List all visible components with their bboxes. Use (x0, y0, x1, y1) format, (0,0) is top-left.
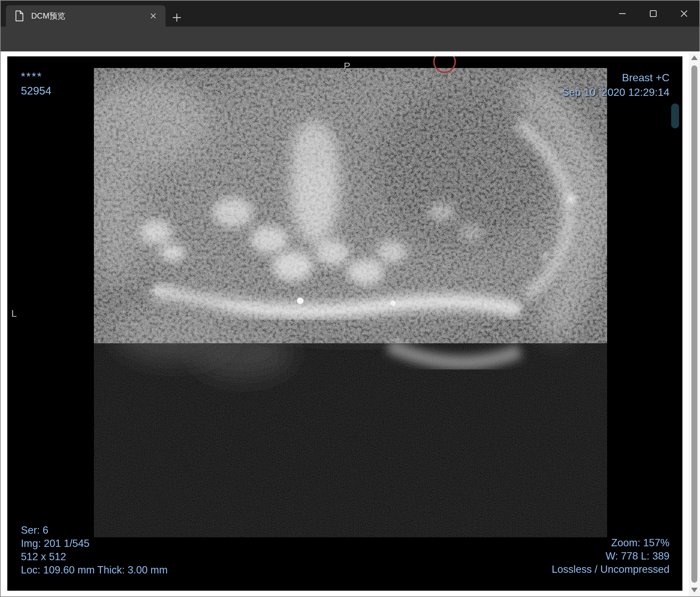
page-content: **** 52954 Breast +C Sep 10, 2020 12:29:… (1, 51, 699, 596)
window-controls (607, 1, 699, 27)
series-number: Ser: 6 (21, 524, 168, 537)
compression-info: Lossless / Uncompressed (552, 563, 670, 576)
viewer-scroll-indicator[interactable] (671, 103, 679, 128)
minimize-button[interactable] (607, 1, 638, 27)
patient-name-masked: **** (21, 69, 51, 84)
page-scrollbar[interactable] (689, 51, 700, 596)
tab-close-icon[interactable] (147, 9, 159, 22)
toolbar: https://file.kkview.cn/onlinePreview?url… (1, 27, 699, 51)
browser-window: DCM预览 (0, 0, 700, 597)
slice-location: Loc: 109.60 mm Thick: 3.00 mm (21, 564, 168, 577)
patient-id: 52954 (21, 84, 51, 98)
image-matrix: 512 x 512 (21, 550, 168, 564)
close-button[interactable] (669, 1, 699, 27)
page-favicon-icon (15, 10, 24, 22)
new-tab-button[interactable] (171, 11, 183, 24)
zoom-level: Zoom: 157% (552, 536, 670, 550)
scrollbar-up-arrow-icon[interactable] (691, 55, 698, 60)
window-level: W: 778 L: 389 (552, 550, 670, 563)
study-datetime: Sep 10, 2020 12:29:14 (562, 85, 670, 100)
display-info-overlay: Zoom: 157% W: 778 L: 389 Lossless / Unco… (552, 536, 670, 576)
image-number: Img: 201 1/545 (21, 537, 168, 550)
maximize-button[interactable] (638, 1, 669, 27)
series-info-overlay: Ser: 6 Img: 201 1/545 512 x 512 Loc: 109… (21, 524, 168, 577)
study-info-overlay: Breast +C Sep 10, 2020 12:29:14 (562, 70, 670, 100)
scrollbar-down-arrow-icon[interactable] (691, 588, 698, 592)
patient-info-overlay: **** 52954 (21, 69, 51, 98)
tab-title: DCM预览 (31, 10, 147, 21)
titlebar: DCM预览 (1, 1, 699, 27)
mri-image (7, 56, 682, 591)
orientation-marker-posterior: P (344, 60, 350, 72)
scrollbar-thumb[interactable] (691, 65, 697, 583)
orientation-marker-left: L (11, 308, 17, 319)
dicom-viewer-canvas[interactable]: **** 52954 Breast +C Sep 10, 2020 12:29:… (7, 56, 682, 591)
study-description: Breast +C (562, 70, 670, 85)
browser-tab[interactable]: DCM预览 (6, 5, 166, 27)
